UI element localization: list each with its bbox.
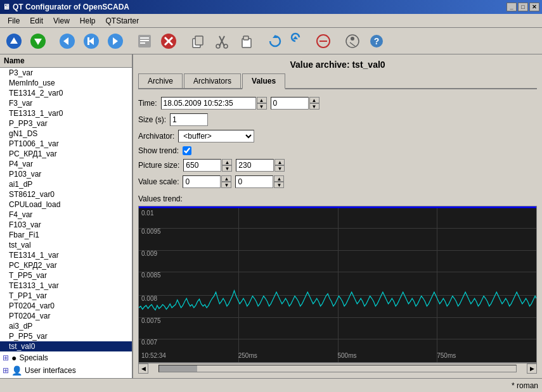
tab-bar: Archive Archivators Values [138,73,537,89]
picture-width-decrement[interactable]: ▼ [222,165,232,172]
scale-max-input[interactable] [235,175,273,188]
sidebar-item-tstval0[interactable]: tst_val0 [0,341,132,351]
view-button[interactable] [341,30,364,53]
scale-max-increment[interactable]: ▲ [274,175,284,182]
stop-button[interactable] [157,30,180,53]
sidebar-item-ai1dp[interactable]: ai1_dP [0,179,132,189]
archivator-select[interactable]: <buffer> [178,130,254,142]
save-button[interactable] [27,30,49,53]
sidebar-item-p103[interactable]: P103_var [0,169,132,179]
sidebar-group-modules[interactable]: ⊞ ⚙ Modules sheduler [0,377,132,378]
picture-height-increment[interactable]: ▲ [274,159,285,165]
scale-min-input[interactable] [183,175,221,188]
menu-qtstarter[interactable]: QTStarter [101,15,145,27]
svg-rect-19 [195,36,203,45]
sidebar-scroll[interactable]: P3_var MemInfo_use TE1314_2_var0 F3_var … [0,68,132,378]
picture-height-decrement[interactable]: ▼ [274,165,285,172]
undo-button[interactable] [288,30,311,53]
back-button[interactable] [56,30,79,53]
sidebar-item-pckrd1[interactable]: PC_КРД1_var [0,149,132,159]
sidebar-item-te1313-1[interactable]: TE1313_1_var0 [0,108,132,118]
scale-max-decrement[interactable]: ▼ [274,182,284,188]
sidebar-item-pt0204-0[interactable]: PT0204_var0 [0,301,132,311]
time-spin-group: ▲ ▼ [161,97,267,110]
copy-button[interactable] [186,30,209,53]
offset-decrement-button[interactable]: ▼ [309,103,319,110]
sidebar-item-f103[interactable]: F103_var [0,220,132,230]
sidebar-item-p3var[interactable]: P3_var [0,68,132,78]
scroll-thumb[interactable] [159,365,197,372]
cut-button[interactable] [210,30,233,53]
show-trend-checkbox[interactable] [183,146,191,155]
minimize-button[interactable]: _ [507,3,517,11]
scroll-track[interactable] [158,365,517,372]
time-input[interactable] [161,97,256,110]
show-trend-row: Show trend: [138,146,537,155]
picture-height-buttons: ▲ ▼ [274,159,285,172]
time-decrement-button[interactable]: ▼ [257,103,267,110]
help-button[interactable]: ? [365,30,388,53]
svg-marker-27 [293,36,298,39]
sidebar-item-te1313-1b[interactable]: TE1313_1_var [0,281,132,291]
offset-input[interactable] [271,97,309,110]
sidebar-group-userinterfaces[interactable]: ⊞ 👤 User interfaces [0,364,132,377]
tab-archivators[interactable]: Archivators [184,73,241,88]
sidebar-item-f4var[interactable]: F4_var [0,210,132,220]
maximize-button[interactable]: □ [518,3,528,11]
picture-width-spin: ▲ ▼ [183,159,232,172]
menu-view[interactable]: View [48,15,75,27]
paste-button[interactable] [235,30,257,53]
sidebar-item-ppp5[interactable]: P_PP5_var [0,331,132,341]
sidebar-item-tpp5[interactable]: T_PP5_var [0,270,132,281]
menu-file[interactable]: File [3,15,25,27]
expand-icon: ⊞ [3,353,9,362]
sidebar-header: Name [0,54,132,68]
tab-archive[interactable]: Archive [138,73,183,88]
sidebar-item-te1314-2[interactable]: TE1314_2_var0 [0,88,132,98]
next-button[interactable] [104,30,127,53]
sidebar-group-specials[interactable]: ⊞ ● Specials [0,351,132,364]
cancel-button[interactable] [312,30,335,53]
sidebar-item-pt0204[interactable]: PT0204_var [0,311,132,321]
time-row: Time: ▲ ▼ ▲ ▼ [138,97,537,110]
sidebar-item-meminfo[interactable]: MemInfo_use [0,78,132,88]
prev-button[interactable] [80,30,103,53]
size-input[interactable] [170,113,208,126]
sidebar-item-te1314-1[interactable]: TE1314_1_var [0,250,132,260]
menu-edit[interactable]: Edit [25,15,48,27]
menu-help[interactable]: Help [75,15,101,27]
scale-min-decrement[interactable]: ▼ [221,182,231,188]
sidebar-item-gn1ds[interactable]: gN1_DS [0,129,132,139]
size-label: Size (s): [138,115,166,124]
tab-values[interactable]: Values [242,73,285,89]
offset-increment-button[interactable]: ▲ [309,97,319,103]
scale-min-buttons: ▲ ▼ [221,175,231,188]
form-area: Time: ▲ ▼ ▲ ▼ Size (s [138,94,537,194]
sidebar-item-pt1006[interactable]: PT1006_1_var [0,139,132,149]
picture-width-input[interactable] [183,159,221,172]
close-button[interactable]: ✕ [529,3,539,11]
sidebar-item-cpuload[interactable]: CPULoad_load [0,199,132,210]
sidebar-item-pckrd2[interactable]: PC_КРД2_var [0,260,132,270]
sidebar-item-fbarfi1[interactable]: Fbar_Fi1 [0,230,132,240]
sidebar-item-st8612[interactable]: ST8612_var0 [0,189,132,199]
sidebar-item-tpp1[interactable]: T_PP1_var [0,291,132,301]
scale-min-increment[interactable]: ▲ [221,175,231,182]
window-title: QT Configurator of OpenSCADA [13,3,129,11]
scale-max-spin: ▲ ▼ [235,175,284,188]
svg-rect-25 [243,36,248,40]
picture-width-increment[interactable]: ▲ [222,159,232,165]
refresh-button[interactable] [264,30,287,53]
sidebar-item-f3var[interactable]: F3_var [0,98,132,108]
sidebar-item-tstval[interactable]: tst_val [0,240,132,250]
scroll-left-button[interactable]: ◀ [138,364,148,374]
sidebar-item-ai3dp[interactable]: ai3_dP [0,321,132,331]
open-button[interactable] [3,30,25,53]
time-increment-button[interactable]: ▲ [257,97,267,103]
picture-height-input[interactable] [236,159,274,172]
sidebar-item-p4var[interactable]: P4_var [0,159,132,169]
sidebar: Name P3_var MemInfo_use TE1314_2_var0 F3… [0,54,133,378]
sidebar-item-ppp3[interactable]: P_PP3_var [0,118,132,129]
export-button[interactable] [133,30,156,53]
scroll-right-button[interactable]: ▶ [527,364,537,374]
